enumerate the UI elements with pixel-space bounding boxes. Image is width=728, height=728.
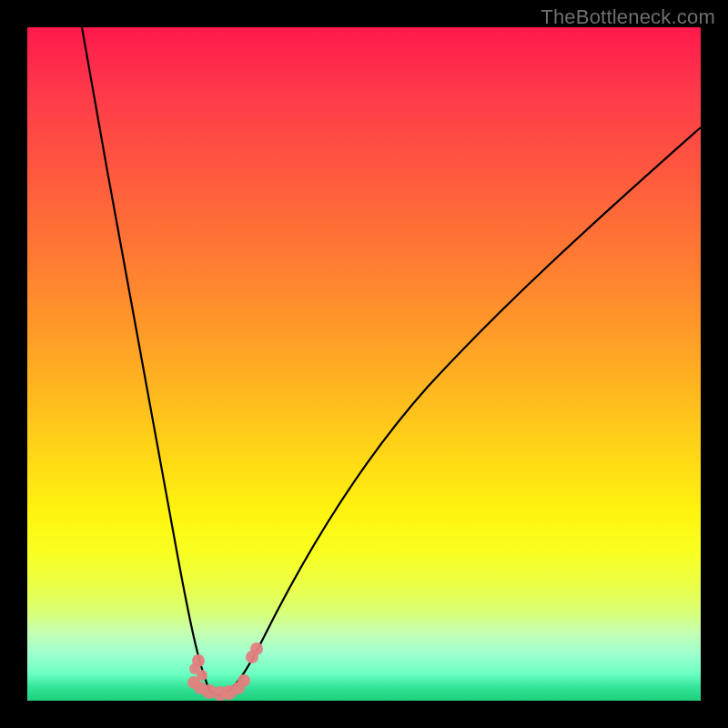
watermark-text: TheBottleneck.com: [541, 5, 715, 29]
curve-left-branch: [82, 27, 220, 695]
marker-cluster: [187, 642, 263, 701]
marker-dot: [250, 642, 263, 655]
chart-frame: TheBottleneck.com: [0, 0, 728, 728]
marker-dot: [238, 674, 250, 687]
curve-right-branch: [220, 127, 701, 695]
chart-svg: [27, 27, 701, 701]
